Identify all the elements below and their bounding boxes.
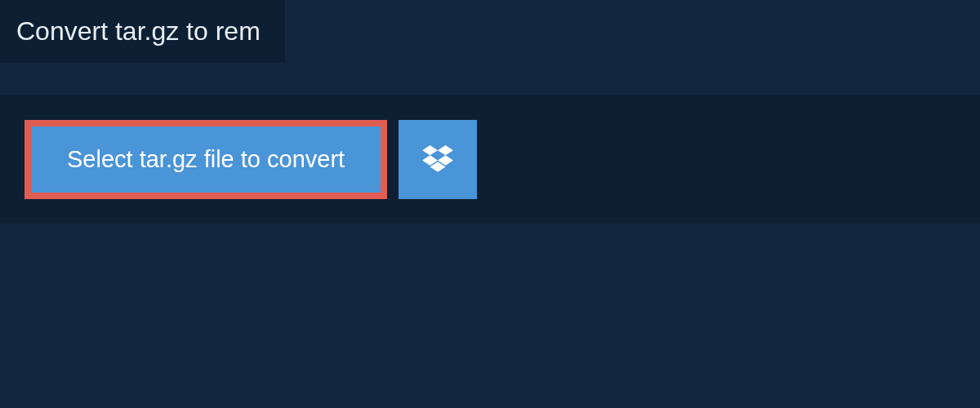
dropbox-button[interactable] [399, 120, 477, 199]
upload-panel: Select tar.gz file to convert [0, 95, 980, 224]
dropbox-icon [422, 145, 453, 175]
tab-header: Convert tar.gz to rem [0, 0, 285, 63]
select-file-button[interactable]: Select tar.gz file to convert [24, 120, 387, 199]
select-file-label: Select tar.gz file to convert [67, 146, 345, 173]
button-row: Select tar.gz file to convert [24, 120, 956, 199]
page-title: Convert tar.gz to rem [16, 16, 261, 47]
